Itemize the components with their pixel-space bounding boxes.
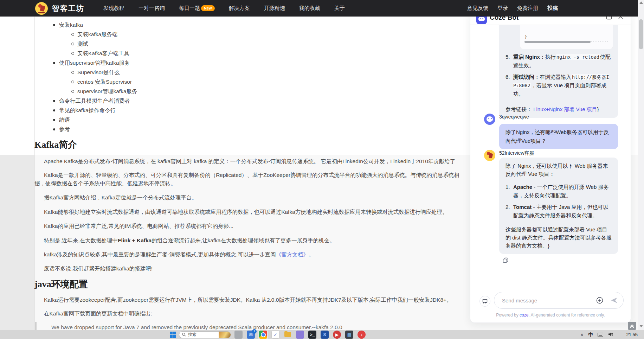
browser-viewport: 安装kafka 安装kafka服务端 测试 安装Kafka客户端工具 使用sup…	[0, 0, 644, 330]
section-heading-java-env: java环境配置	[34, 278, 88, 290]
ime-indicator[interactable]: 中	[588, 332, 593, 338]
message-text: 除了 Nginx，还可以使用以下 Web 服务器来反向代理 Vue 项目：	[505, 162, 612, 178]
message-text: ：执行	[540, 54, 556, 60]
touch-keyboard-icon[interactable]	[598, 333, 603, 337]
taskbar-app-chrome[interactable]	[259, 331, 267, 339]
paragraph-text: kafka涉及的知识点较多,其中最重要的是理解生产者-消费者模式,更加具体的概念…	[44, 251, 276, 257]
reference-line: 参考链接： Linux+Nginx 部署 Vue 项目}	[505, 106, 612, 113]
bold-text: 测试访问	[513, 74, 534, 80]
toc-item[interactable]: 常见的kafka操作命令行	[0, 105, 137, 115]
toc-item[interactable]: 使用supervisor管理kafka服务	[0, 58, 137, 68]
back-to-top-button[interactable]	[628, 322, 636, 330]
toc-item[interactable]: Supervisor是什么	[0, 68, 137, 77]
feedback-link[interactable]: 意见反馈	[467, 5, 488, 12]
bot-avatar	[484, 150, 495, 161]
toc-item[interactable]: 安装kafka服务端	[0, 30, 137, 39]
coze-link[interactable]: coze	[520, 313, 528, 318]
taskbar-pinned-apps: ✉1✓>_S▶▦♪	[234, 331, 366, 339]
code-text: }	[524, 34, 527, 39]
nav-right-menu: 意见反馈 登录 免费注册 投稿	[467, 5, 558, 12]
chat-footer: Powered by coze. AI-generated content fo…	[470, 292, 631, 322]
toc-item[interactable]: 测试	[0, 39, 137, 49]
scrollbar-thumb[interactable]	[639, 19, 643, 49]
message-text: ：在浏览器输入	[534, 74, 571, 80]
message-text: }	[597, 106, 599, 112]
copy-message-button[interactable]	[503, 257, 508, 263]
bot-name: 52Interview客服	[499, 150, 534, 156]
list-number: 5.	[505, 53, 513, 70]
message-text: 这些服务器都可以通过配置来部署 Vue 项目的 dist 静态文件。具体配置方法…	[505, 225, 612, 250]
nav-item-favorites[interactable]: 我的收藏	[299, 5, 320, 12]
start-button[interactable]	[170, 332, 176, 338]
taskbar-app-app-gray[interactable]	[234, 331, 243, 339]
official-docs-link[interactable]: 《官方文档》	[276, 251, 309, 257]
chat-list-item: 1. Apache - 一个广泛使用的开源 Web 服务器，支持反向代理配置。	[505, 183, 612, 200]
message-input-container	[494, 292, 624, 309]
article-paragraph: 据Kafka官方网站介绍，Kafka定位就是一个分布式流处理平台。	[34, 194, 197, 201]
bot-message-bubble: } 5. 重启 Nginx：执行nginx -s reload使配置生效。 6.…	[499, 25, 618, 118]
taskbar-app-folder[interactable]	[284, 331, 292, 339]
chat-list-item: 2. Tomcat - 主要用于 Java 应用，但也可以配置为静态文件服务器和…	[505, 203, 612, 220]
notification-badge: 1	[252, 329, 257, 334]
article-paragraph: 特别是,近年来,在大数据处理中Flink + Kafka的组合逐渐流行起来,让k…	[34, 237, 335, 244]
new-chat-button[interactable]	[479, 296, 490, 307]
bold-text: Apache	[513, 184, 532, 190]
reference-link[interactable]: Linux+Nginx 部署 Vue 项目	[533, 106, 597, 112]
tray-overflow-chevron[interactable]: ∧	[580, 332, 583, 337]
nav-item-opensource[interactable]: 开源精选	[264, 5, 285, 12]
scrollbar-up-arrow[interactable]	[639, 1, 643, 4]
toc-item[interactable]: centos 安装Supervisor	[0, 77, 137, 87]
brand-title[interactable]: 智客工坊	[52, 4, 84, 13]
login-link[interactable]: 登录	[497, 5, 508, 12]
article-paragraph: Kafka的应用已经非常广泛,常见的IM系统、电商网站、推荐系统都有它的身影..…	[34, 222, 233, 230]
powered-text: Powered by	[496, 313, 520, 318]
taskbar-app-music-red[interactable]: ♪	[358, 331, 366, 339]
inline-code: nginx -s reload	[556, 54, 600, 60]
taskbar-app-check-app[interactable]: ✓	[271, 331, 279, 339]
nav-item-daily-question[interactable]: 每日一题New	[179, 5, 215, 12]
toc-item[interactable]: 安装kafka	[0, 20, 137, 30]
powered-by-label: Powered by coze. AI-generated content fo…	[470, 313, 631, 318]
user-name: 3qweqweqwe	[499, 114, 529, 120]
taskbar-search-box[interactable]: 搜索	[179, 331, 231, 338]
page-scrollbar[interactable]	[638, 0, 644, 330]
taskbar-app-mail-app[interactable]: ✉1	[247, 331, 255, 339]
submit-post-link[interactable]: 投稿	[547, 5, 558, 12]
search-highlight-image[interactable]	[219, 331, 231, 338]
system-tray: ∧ 中 21:55	[580, 332, 644, 338]
taskbar-app-media-red[interactable]: ▶	[333, 331, 341, 339]
toc-item[interactable]: 结语	[0, 115, 137, 124]
toc-item[interactable]: 命令行工具模拟生产者消费者	[0, 96, 137, 105]
nav-item-consult[interactable]: 一对一咨询	[139, 5, 165, 12]
bold-text: Tomcat	[513, 204, 532, 210]
article-paragraph: Apache Kafka是分布式发布-订阅消息系统，在 kafka官网上对 ka…	[34, 158, 455, 165]
attach-plus-icon[interactable]	[596, 297, 603, 304]
toc-item[interactable]: supervisor管理kafka服务	[0, 87, 137, 96]
message-input[interactable]	[502, 298, 583, 303]
volume-icon[interactable]	[608, 332, 613, 338]
send-button[interactable]	[611, 297, 618, 303]
taskbar-app-blue-app[interactable]: S	[321, 331, 329, 339]
bot-message-bubble: 除了 Nginx，还可以使用以下 Web 服务器来反向代理 Vue 项目： 1.…	[499, 158, 618, 254]
taskbar-app-terminal[interactable]: >_	[308, 331, 316, 339]
nav-item-about[interactable]: 关于	[334, 5, 345, 12]
taskbar-clock[interactable]: 21:55	[626, 332, 638, 337]
taskbar-app-purple-app[interactable]	[296, 331, 304, 339]
search-placeholder: 搜索	[188, 332, 219, 338]
article-paragraph: Kafka能够很好地建立实时流式数据通道，由该通道可靠地获取系统或应用程序的数据…	[34, 208, 448, 216]
nav-item-discover[interactable]: 发现教程	[103, 5, 124, 12]
nav-item-solutions[interactable]: 解决方案	[229, 5, 250, 12]
toc-item[interactable]: 安装Kafka客户端工具	[0, 49, 137, 58]
table-of-contents: 安装kafka 安装kafka服务端 测试 安装Kafka客户端工具 使用sup…	[0, 20, 137, 134]
site-logo-icon[interactable]	[35, 2, 48, 15]
toc-item[interactable]: 参考	[0, 124, 137, 134]
register-link[interactable]: 免费注册	[517, 5, 538, 12]
code-hscroll-thumb[interactable]	[524, 41, 591, 43]
user-message-bubble: 除了Nginx，还有哪些Web服务器可以用于反向代理Vue项目？	[499, 124, 618, 149]
article-paragraph: Kafka是一款开源的、轻量级的、分布式的、可分区和具有复制备份的（Replic…	[34, 171, 459, 179]
scrollbar-down-arrow[interactable]	[639, 325, 643, 327]
bold-text: Flink + Kafka	[118, 237, 152, 243]
taskbar-app-dark-app[interactable]: ▦	[345, 331, 353, 339]
chat-list-item: 5. 重启 Nginx：执行nginx -s reload使配置生效。	[505, 53, 612, 70]
code-block: }	[520, 25, 613, 49]
